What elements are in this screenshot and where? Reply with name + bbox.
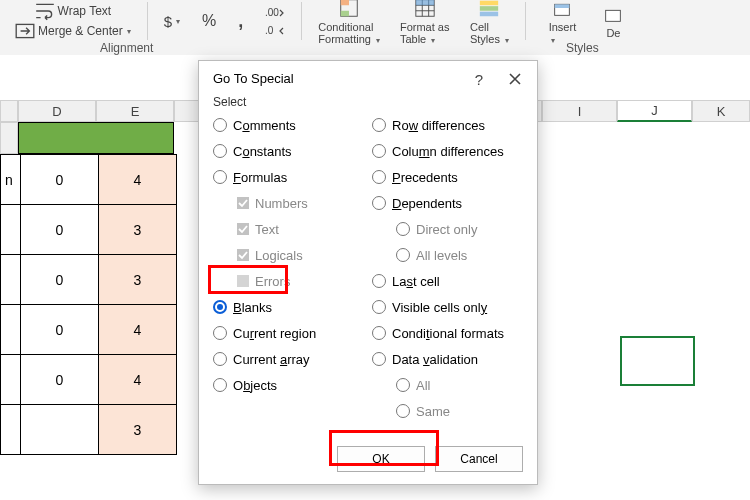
table-cell[interactable]: 0	[21, 305, 99, 355]
select-label: Select	[213, 95, 523, 109]
radio-label: Current region	[233, 326, 316, 341]
currency-button[interactable]: $▾	[156, 10, 188, 32]
radio-option[interactable]: Current array	[213, 349, 364, 369]
delete-button[interactable]: De	[594, 0, 632, 42]
radio-label: Last cell	[392, 274, 440, 289]
cell-styles-icon	[478, 0, 500, 19]
radio-sub-option: All	[372, 375, 523, 395]
merge-center-button[interactable]: Merge & Center ▾	[6, 22, 139, 40]
table-cell[interactable]: 4	[99, 155, 177, 205]
delete-icon	[602, 3, 624, 25]
radio-icon	[213, 118, 227, 132]
radio-icon	[396, 248, 410, 262]
checkbox-label: Logicals	[255, 248, 303, 263]
table-cell[interactable]	[21, 405, 99, 455]
radio-icon	[372, 326, 386, 340]
radio-label: Constants	[233, 144, 292, 159]
radio-icon	[372, 196, 386, 210]
radio-option[interactable]: Visible cells only	[372, 297, 523, 317]
radio-option[interactable]: Constants	[213, 141, 364, 161]
radio-option[interactable]: Formulas	[213, 167, 364, 187]
radio-option[interactable]: Column differences	[372, 141, 523, 161]
row-header[interactable]	[0, 122, 18, 154]
comma-button[interactable]: ,	[230, 0, 251, 42]
insert-button[interactable]: Insert▾	[534, 0, 590, 42]
table-cell[interactable]	[1, 305, 21, 355]
close-button[interactable]	[501, 65, 529, 93]
checkbox-icon	[237, 197, 249, 209]
radio-option[interactable]: Dependents	[372, 193, 523, 213]
radio-option[interactable]: Row differences	[372, 115, 523, 135]
table-cell[interactable]: 3	[99, 205, 177, 255]
svg-text:.00: .00	[265, 7, 279, 18]
radio-icon	[213, 144, 227, 158]
wrap-text-button[interactable]: Wrap Text	[6, 2, 139, 20]
merge-icon	[14, 20, 36, 42]
radio-option[interactable]: Precedents	[372, 167, 523, 187]
svg-rect-5	[341, 11, 349, 17]
table-cell[interactable]: 0	[21, 205, 99, 255]
table-cell[interactable]	[1, 355, 21, 405]
radio-icon	[372, 352, 386, 366]
table-cell[interactable]	[1, 405, 21, 455]
radio-icon	[213, 170, 227, 184]
svg-rect-13	[606, 10, 621, 21]
table-cell[interactable]: 3	[99, 405, 177, 455]
selected-cell[interactable]	[620, 336, 695, 386]
checkbox-label: Text	[255, 222, 279, 237]
table-cell[interactable]	[1, 255, 21, 305]
radio-option[interactable]: Objects	[213, 375, 364, 395]
column-header[interactable]: I	[542, 100, 617, 122]
svg-rect-4	[341, 0, 349, 5]
column-header[interactable]: D	[18, 100, 96, 122]
radio-label: All	[416, 378, 430, 393]
column-header[interactable]: K	[692, 100, 750, 122]
checkbox-option: Errors	[213, 271, 364, 291]
checkbox-option: Text	[213, 219, 364, 239]
radio-label: Precedents	[392, 170, 458, 185]
insert-icon	[551, 0, 573, 19]
table-cell[interactable]: 3	[99, 255, 177, 305]
percent-button[interactable]: %	[194, 0, 224, 42]
radio-option[interactable]: Comments	[213, 115, 364, 135]
ok-button[interactable]: OK	[337, 446, 425, 472]
svg-rect-9	[480, 6, 498, 11]
radio-sub-option: Direct only	[372, 219, 523, 239]
table-cell[interactable]: n	[1, 155, 21, 205]
radio-icon	[372, 170, 386, 184]
column-header[interactable]: E	[96, 100, 174, 122]
radio-sub-option: All levels	[372, 245, 523, 265]
cancel-button[interactable]: Cancel	[435, 446, 523, 472]
help-button[interactable]: ?	[465, 65, 493, 93]
radio-label: Row differences	[392, 118, 485, 133]
format-as-table-button[interactable]: Format asTable ▾	[392, 0, 458, 42]
checkbox-label: Errors	[255, 274, 290, 289]
radio-label: Same	[416, 404, 450, 419]
go-to-special-dialog: Go To Special ? Select CommentsConstants…	[198, 60, 538, 485]
table-cell[interactable]: 4	[99, 305, 177, 355]
radio-icon	[372, 118, 386, 132]
cell-styles-button[interactable]: CellStyles ▾	[461, 0, 517, 42]
table-cell[interactable]: 0	[21, 255, 99, 305]
radio-option[interactable]: Blanks	[213, 297, 364, 317]
column-header[interactable]: J	[617, 100, 692, 122]
radio-option[interactable]: Data validation	[372, 349, 523, 369]
radio-option[interactable]: Current region	[213, 323, 364, 343]
radio-option[interactable]: Last cell	[372, 271, 523, 291]
chevron-down-icon: ▾	[127, 27, 131, 36]
radio-label: Objects	[233, 378, 277, 393]
decrease-decimal-button[interactable]: .0	[257, 21, 293, 39]
radio-option[interactable]: Conditional formats	[372, 323, 523, 343]
table-cell[interactable]: 4	[99, 355, 177, 405]
checkbox-icon	[237, 275, 249, 287]
checkbox-option: Logicals	[213, 245, 364, 265]
increase-decimal-button[interactable]: .00	[257, 3, 293, 21]
checkbox-option: Numbers	[213, 193, 364, 213]
table-cell[interactable]: 0	[21, 155, 99, 205]
conditional-formatting-button[interactable]: ConditionalFormatting ▾	[310, 0, 388, 42]
radio-label: Comments	[233, 118, 296, 133]
radio-icon	[372, 274, 386, 288]
radio-label: Visible cells only	[392, 300, 487, 315]
table-cell[interactable]: 0	[21, 355, 99, 405]
table-cell[interactable]	[1, 205, 21, 255]
